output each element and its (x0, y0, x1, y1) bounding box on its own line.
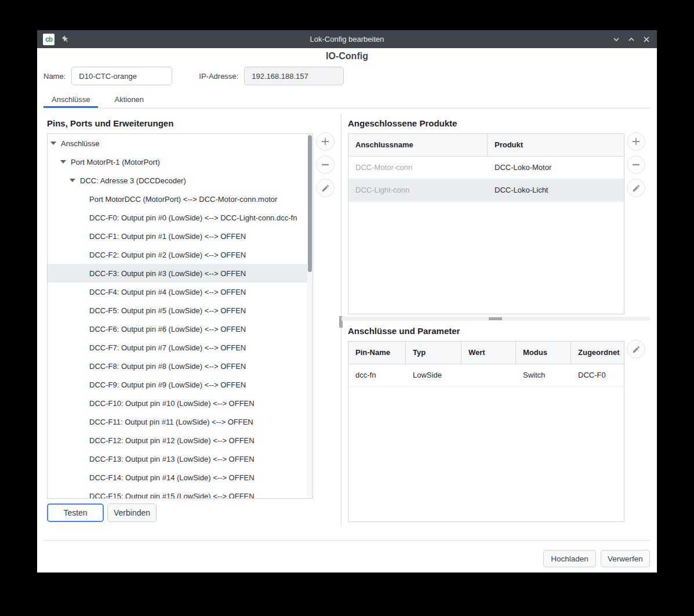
tree-item[interactable]: DCC-F4: Output pin #4 (LowSide) <--> OFF… (48, 282, 307, 301)
expander-icon[interactable] (60, 160, 66, 164)
column-header[interactable]: Anschlussname (348, 134, 488, 156)
tree-item-label: DCC-F14: Output pin #14 (LowSide) <--> O… (89, 473, 255, 482)
ip-label: IP-Adresse: (199, 72, 238, 81)
column-header[interactable]: Produkt (488, 134, 624, 156)
table-row[interactable]: DCC-Motor-connDCC-Loko-Motor (348, 157, 624, 179)
pins-panel-title: Pins, Ports und Erweiterungen (47, 118, 173, 128)
products-header-row: AnschlussnameProdukt (348, 134, 624, 157)
expander-icon[interactable] (70, 179, 75, 182)
pencil-icon (632, 345, 641, 354)
params-body: dcc-fnLowSideSwitchDCC-F0 (348, 364, 624, 387)
dialog-window: Lok-Config bearbeiten cb IO-Config Name:… (37, 30, 657, 572)
tree-item[interactable]: DCC-F8: Output pin #8 (LowSide) <--> OFF… (48, 357, 307, 375)
minus-icon (321, 160, 330, 169)
tab-bar: Anschlüsse Aktionen (43, 92, 651, 108)
tree-item[interactable]: DCC-F1: Output pin #1 (LowSide) <--> OFF… (48, 227, 307, 245)
table-cell: DCC-Motor-conn (348, 157, 488, 179)
verwerfen-button[interactable]: Verwerfen (601, 550, 650, 567)
shade-button[interactable] (612, 35, 621, 44)
tree-item[interactable]: Port MotorPt-1 (MotorPort) (48, 153, 307, 171)
column-header[interactable]: Typ (406, 342, 462, 364)
ip-input[interactable] (244, 67, 344, 85)
pencil-icon (632, 184, 641, 193)
table-cell: dcc-fn (348, 364, 406, 386)
logo-letter-b: b (49, 35, 52, 44)
remove-product-button[interactable] (627, 155, 645, 174)
pins-tree: AnschlüssePort MotorPt-1 (MotorPort)DCC:… (48, 134, 307, 499)
tree-item-label: DCC-F6: Output pin #6 (LowSide) <--> OFF… (89, 325, 246, 334)
expander-icon[interactable] (50, 142, 56, 145)
tree-item[interactable]: DCC-F6: Output pin #6 (LowSide) <--> OFF… (48, 320, 307, 338)
tree-item-label: DCC: Adresse 3 (DCCDecoder) (80, 176, 186, 185)
pencil-icon (321, 184, 330, 193)
window-controls (612, 30, 651, 48)
tree-item[interactable]: DCC-F10: Output pin #10 (LowSide) <--> O… (48, 394, 307, 412)
tree-item-label: DCC-F9: Output pin #9 (LowSide) <--> OFF… (89, 381, 246, 389)
edit-param-button[interactable] (627, 340, 645, 358)
tree-scrollbar[interactable] (307, 134, 313, 498)
edit-button[interactable] (316, 179, 335, 197)
tree-item-label: DCC-F8: Output pin #8 (LowSide) <--> OFF… (89, 362, 246, 371)
tree-item[interactable]: DCC: Adresse 3 (DCCDecoder) (48, 171, 307, 190)
table-row[interactable]: DCC-Light-connDCC-Loko-Licht (348, 179, 624, 202)
page-title: IO-Config (37, 51, 657, 61)
tree-item-label: DCC-F5: Output pin #5 (LowSide) <--> OFF… (89, 306, 246, 315)
tree-item-label: DCC-F1: Output pin #1 (LowSide) <--> OFF… (89, 232, 246, 241)
params-panel-title: Anschlüsse und Parameter (348, 326, 460, 336)
name-input[interactable] (71, 67, 172, 85)
tree-item-label: Port MotorDCC (MotorPort) <--> DCC-Motor… (89, 195, 277, 204)
footer-divider (43, 540, 651, 541)
hochladen-button[interactable]: Hochladen (543, 550, 596, 567)
tab-aktionen[interactable]: Aktionen (106, 92, 152, 108)
column-header[interactable]: Pin-Name (348, 342, 406, 364)
app-logo-icon: cb (43, 34, 54, 45)
tree-item[interactable]: DCC-F9: Output pin #9 (LowSide) <--> OFF… (48, 375, 307, 394)
tree-item[interactable]: DCC-F14: Output pin #14 (LowSide) <--> O… (48, 468, 307, 487)
tree-item[interactable]: DCC-F0: Output pin #0 (LowSide) <--> DCC… (48, 208, 307, 227)
tree-item[interactable]: DCC-F2: Output pin #2 (LowSide) <--> OFF… (48, 245, 307, 264)
tree-item[interactable]: Anschlüsse (48, 134, 307, 153)
pin-icon[interactable] (61, 35, 70, 44)
products-actions (627, 132, 645, 197)
tree-item[interactable]: DCC-F12: Output pin #12 (LowSide) <--> O… (48, 431, 307, 450)
remove-button[interactable] (316, 155, 335, 174)
horizontal-splitter-grip[interactable] (489, 317, 502, 320)
tree-item[interactable]: DCC-F5: Output pin #5 (LowSide) <--> OFF… (48, 301, 307, 320)
tree-item-label: DCC-F13: Output pin #13 (LowSide) <--> O… (89, 455, 255, 463)
tree-item-label: DCC-F12: Output pin #12 (LowSide) <--> O… (89, 436, 255, 445)
tree-item-label: DCC-F10: Output pin #10 (LowSide) <--> O… (89, 399, 255, 408)
table-cell: DCC-Loko-Motor (488, 157, 624, 179)
column-header[interactable]: Modus (516, 342, 571, 364)
name-label: Name: (43, 72, 66, 81)
table-cell: DCC-Loko-Licht (488, 179, 624, 201)
tab-anschluesse[interactable]: Anschlüsse (43, 92, 98, 108)
titlebar: Lok-Config bearbeiten cb (37, 30, 657, 48)
tree-item[interactable]: DCC-F15: Output pin #15 (LowSide) <--> O… (48, 487, 307, 499)
column-header[interactable]: Wert (462, 342, 516, 364)
tree-item[interactable]: DCC-F7: Output pin #7 (LowSide) <--> OFF… (48, 338, 307, 357)
tree-item-label: DCC-F15: Output pin #15 (LowSide) <--> O… (89, 492, 255, 499)
column-header[interactable]: Zugeordnet (571, 342, 624, 364)
tree-item-label: Anschlüsse (61, 139, 99, 148)
tree-item-label: DCC-F2: Output pin #2 (LowSide) <--> OFF… (89, 251, 246, 259)
add-button[interactable] (316, 132, 335, 151)
tree-scrollbar-thumb[interactable] (308, 135, 312, 272)
close-button[interactable] (642, 35, 651, 44)
table-cell: LowSide (406, 364, 462, 386)
table-row[interactable]: dcc-fnLowSideSwitchDCC-F0 (348, 364, 624, 387)
tree-item[interactable]: DCC-F11: Output pin #11 (LowSide) <--> O… (48, 412, 307, 431)
window-title: Lok-Config bearbeiten (37, 35, 657, 44)
testen-button[interactable]: Testen (47, 503, 104, 522)
tree-item[interactable]: Port MotorDCC (MotorPort) <--> DCC-Motor… (48, 190, 307, 208)
tree-item[interactable]: DCC-F3: Output pin #3 (LowSide) <--> OFF… (48, 264, 307, 282)
table-cell: Switch (516, 364, 571, 386)
tree-item-label: DCC-F4: Output pin #4 (LowSide) <--> OFF… (89, 288, 246, 296)
edit-product-button[interactable] (627, 179, 645, 197)
tree-item[interactable]: DCC-F13: Output pin #13 (LowSide) <--> O… (48, 450, 307, 468)
unshade-button[interactable] (627, 35, 636, 44)
params-header-row: Pin-NameTypWertModusZugeordnet (348, 342, 624, 364)
verbinden-button[interactable]: Verbinden (107, 503, 157, 522)
tree-item-label: DCC-F0: Output pin #0 (LowSide) <--> DCC… (89, 213, 297, 222)
table-cell: DCC-F0 (571, 364, 624, 386)
add-product-button[interactable] (627, 132, 645, 151)
